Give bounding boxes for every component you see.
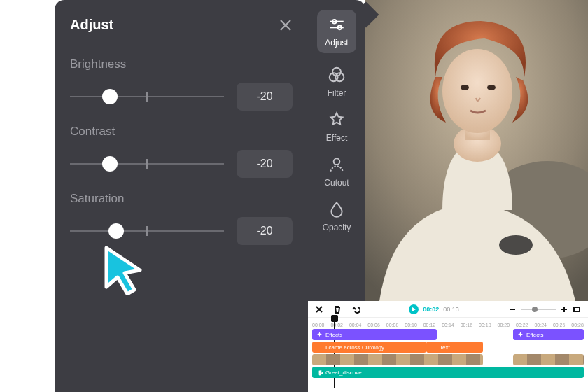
ruler-tick: 00:28 [571, 323, 584, 328]
panel-title: Adjust [70, 17, 113, 33]
rail-label: Filter [328, 88, 346, 98]
zoom-out-button[interactable] [508, 305, 517, 314]
control-label: Saturation [70, 192, 293, 206]
person-cutout-icon [328, 155, 346, 174]
ruler-tick: 00:12 [424, 323, 436, 328]
saturation-value[interactable]: -20 [237, 217, 293, 245]
timeline-current-time: 00:02 [423, 306, 439, 313]
svg-point-6 [461, 85, 469, 90]
trash-button[interactable] [333, 305, 342, 314]
venn-icon [328, 66, 346, 84]
rail-item-opacity[interactable]: Opacity [317, 200, 356, 232]
control-label: Brightness [70, 57, 293, 71]
effects-clip[interactable]: Effects [312, 329, 437, 340]
text-track[interactable]: I came across Curology Text [312, 342, 584, 353]
contrast-slider[interactable] [70, 157, 224, 171]
ruler-tick: 00:16 [461, 323, 473, 328]
rail-label: Cutout [324, 178, 349, 188]
rail-item-cutout[interactable]: Cutout [317, 155, 356, 188]
droplet-icon [328, 200, 346, 218]
svg-rect-24 [574, 307, 580, 312]
slider-thumb[interactable] [102, 89, 118, 104]
ruler-tick: 00:00 [312, 323, 325, 328]
text-clip[interactable]: Text [426, 342, 483, 353]
clip-label: Effects [526, 332, 543, 338]
ruler-tick: 00:18 [479, 323, 491, 328]
ruler-tick: 00:26 [553, 323, 566, 328]
saturation-slider[interactable] [70, 224, 224, 238]
rail-label: Adjust [325, 38, 348, 48]
control-label: Contrast [70, 125, 293, 139]
text-clip[interactable]: I came across Curology [312, 342, 426, 353]
audio-track[interactable]: Great_discove [312, 367, 584, 378]
rail-item-filter[interactable]: Filter [317, 66, 356, 98]
undo-button[interactable] [351, 305, 360, 314]
star-sparkle-icon [328, 111, 346, 129]
brightness-value[interactable]: -20 [237, 83, 293, 111]
brightness-control: Brightness -20 [70, 57, 293, 111]
timeline-toolbar: 00:02 00:13 [308, 301, 588, 318]
tool-rail: Adjust Filter Effect Cutout Opacity [308, 0, 365, 308]
svg-point-7 [487, 85, 496, 90]
clip-label: Great_discove [326, 370, 362, 376]
rail-item-adjust[interactable]: Adjust [317, 10, 356, 53]
contrast-control: Contrast -20 [70, 125, 293, 178]
ruler-tick: 00:04 [349, 323, 362, 328]
audio-clip[interactable]: Great_discove [312, 367, 584, 378]
effects-track[interactable]: Effects Effects [312, 329, 584, 340]
ruler-tick: 00:08 [386, 323, 399, 328]
contrast-value[interactable]: -20 [237, 150, 293, 178]
video-clip[interactable] [312, 354, 483, 365]
split-button[interactable] [315, 305, 323, 314]
ruler-tick: 00:22 [516, 323, 528, 328]
adjust-panel: Adjust Brightness -20 Contrast -20 S [55, 0, 308, 392]
video-track[interactable] [312, 354, 584, 365]
zoom-control[interactable] [508, 305, 581, 314]
music-icon [316, 370, 323, 376]
sliders-icon [328, 15, 346, 34]
svg-point-16 [334, 158, 340, 164]
text-icon [316, 344, 323, 351]
ruler-tick: 00:06 [368, 323, 380, 328]
rail-item-effect[interactable]: Effect [317, 111, 356, 143]
timeline-panel: 00:02 00:13 00:0000:0200:0400:0600:0800:… [308, 301, 588, 392]
sparkle-icon [517, 332, 524, 338]
timeline-ruler[interactable]: 00:0000:0200:0400:0600:0800:1000:1200:14… [308, 318, 588, 328]
ruler-tick: 00:24 [534, 323, 547, 328]
svg-point-8 [499, 235, 533, 255]
text-icon [430, 344, 437, 351]
saturation-control: Saturation -20 [70, 192, 293, 245]
clip-label: I came across Curology [326, 344, 384, 351]
ruler-tick: 00:14 [442, 323, 454, 328]
effects-clip[interactable]: Effects [513, 329, 584, 340]
play-button[interactable] [409, 304, 419, 314]
preview-image [365, 0, 588, 301]
rail-label: Opacity [323, 223, 351, 232]
ruler-tick: 00:10 [405, 323, 417, 328]
video-clip[interactable] [513, 354, 584, 365]
clip-label: Text [440, 344, 450, 351]
slider-thumb[interactable] [102, 156, 118, 172]
fit-button[interactable] [573, 305, 581, 314]
brightness-slider[interactable] [70, 90, 224, 104]
timeline-duration: 00:13 [443, 306, 459, 313]
slider-thumb[interactable] [108, 223, 124, 239]
svg-point-5 [442, 49, 512, 133]
ruler-tick: 00:20 [498, 323, 510, 328]
sparkle-icon [316, 332, 323, 338]
close-button[interactable] [279, 18, 293, 32]
clip-label: Effects [326, 332, 342, 338]
zoom-in-button[interactable] [560, 305, 568, 314]
ruler-tick: 00:02 [330, 323, 343, 328]
rail-label: Effect [326, 133, 347, 143]
